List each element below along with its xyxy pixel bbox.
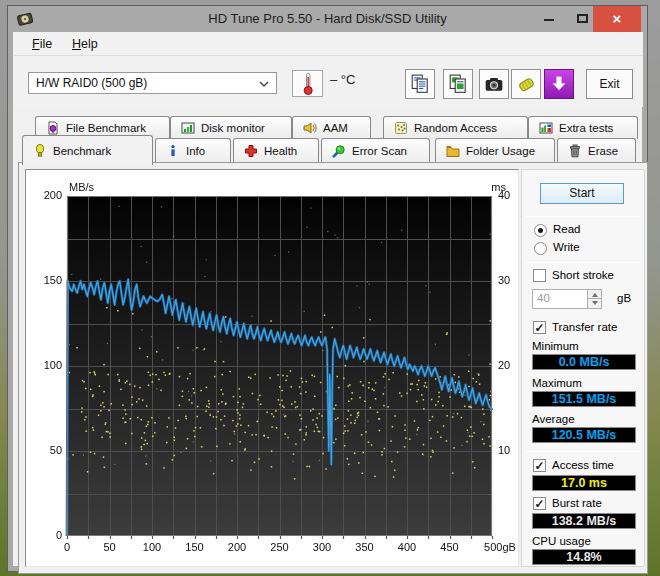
disk-monitor-icon (181, 121, 195, 135)
tab-random-access[interactable]: Random Access (383, 116, 528, 139)
separator (526, 262, 640, 263)
short-stroke-size-value: 40 (537, 292, 550, 304)
average-label: Average (532, 413, 575, 425)
download-button[interactable] (544, 69, 574, 99)
tab-extra-tests[interactable]: Extra tests (528, 116, 638, 139)
save-icon (516, 74, 536, 94)
transfer-rate-chart-canvas (26, 170, 518, 566)
tab-label: AAM (323, 122, 348, 134)
minimize-button[interactable] (536, 6, 562, 32)
screenshot-button[interactable] (479, 69, 509, 99)
error-scan-icon (332, 144, 346, 158)
burst-rate-value: 138.2 MB/s (532, 513, 636, 529)
temperature-readout: – °C (330, 72, 355, 87)
tab-erase[interactable]: Erase (557, 138, 636, 163)
burst-rate-label: Burst rate (552, 497, 602, 509)
save-button[interactable] (511, 69, 541, 99)
stepper-down-icon[interactable] (588, 299, 601, 308)
temperature-button[interactable] (292, 70, 323, 97)
stepper-arrows[interactable] (587, 290, 601, 308)
cpu-usage-label: CPU usage (532, 535, 591, 547)
separator (526, 451, 640, 452)
short-stroke-checkbox[interactable] (533, 269, 546, 282)
tab-label: Benchmark (53, 145, 111, 157)
info-icon (166, 144, 180, 158)
tab-label: Disk monitor (201, 122, 265, 134)
copy-image-button[interactable] (443, 69, 473, 99)
tab-label: Random Access (414, 122, 497, 134)
separator (526, 216, 640, 217)
menu-item-help[interactable]: Help (66, 32, 104, 56)
copy-text-button[interactable] (405, 69, 435, 99)
read-radio-label: Read (553, 223, 581, 235)
maximum-value: 151.5 MB/s (532, 391, 636, 407)
app-window: HD Tune Pro 5.50 - Hard Disk/SSD Utility… (7, 5, 648, 572)
short-stroke-size-stepper[interactable]: 40 (532, 289, 602, 309)
camera-icon (484, 74, 504, 94)
access-time-checkbox[interactable]: ✓ (533, 459, 546, 472)
tab-health[interactable]: Health (233, 138, 319, 163)
tab-info[interactable]: Info (155, 138, 231, 163)
benchmark-page: Start Read Write Short stroke 40 gB ✓ Tr… (18, 162, 648, 574)
drive-selector[interactable]: H/W RAID0 (500 gB) (28, 72, 277, 94)
tab-label: Info (186, 145, 205, 157)
start-button[interactable]: Start (540, 183, 624, 204)
short-stroke-unit: gB (617, 292, 631, 304)
maximum-label: Maximum (532, 377, 582, 389)
tab-label: Health (264, 145, 297, 157)
copy-text-icon (410, 74, 430, 94)
tab-label: Erase (588, 145, 618, 157)
tab-label: Extra tests (559, 122, 613, 134)
minimum-label: Minimum (532, 340, 579, 352)
average-value: 120.5 MB/s (532, 427, 636, 443)
benchmark-controls-panel: Start Read Write Short stroke 40 gB ✓ Tr… (521, 169, 645, 567)
copy-image-icon (448, 74, 468, 94)
close-button[interactable]: × (593, 6, 641, 32)
tab-label: Error Scan (352, 145, 407, 157)
health-icon (244, 144, 258, 158)
tab-disk-monitor[interactable]: Disk monitor (170, 116, 292, 139)
menu-item-file[interactable]: File (26, 32, 58, 56)
erase-icon (568, 144, 582, 158)
cpu-usage-value: 14.8% (532, 549, 636, 565)
write-radio[interactable] (534, 242, 547, 255)
toolbar: H/W RAID0 (500 gB) – °C Exit (14, 56, 643, 107)
stepper-up-icon[interactable] (588, 290, 601, 299)
benchmark-icon (33, 144, 47, 158)
minimum-value: 0.0 MB/s (532, 354, 636, 370)
random-access-icon (394, 121, 408, 135)
desktop: HD Tune Pro 5.50 - Hard Disk/SSD Utility… (0, 0, 660, 576)
chevron-down-icon (259, 80, 269, 88)
download-arrow-icon (549, 74, 569, 94)
read-radio[interactable] (534, 224, 547, 237)
aam-icon (303, 121, 317, 135)
burst-rate-checkbox[interactable]: ✓ (533, 497, 546, 510)
drive-selector-value: H/W RAID0 (500 gB) (36, 76, 147, 90)
tab-label: Folder Usage (466, 145, 535, 157)
file-benchmark-icon (46, 121, 60, 135)
tab-error-scan[interactable]: Error Scan (321, 138, 430, 163)
short-stroke-label: Short stroke (552, 269, 614, 281)
transfer-rate-label: Transfer rate (552, 321, 617, 333)
access-time-value: 17.0 ms (532, 475, 636, 491)
tab-label: File Benchmark (66, 122, 146, 134)
tab-aam[interactable]: AAM (292, 116, 371, 139)
exit-button[interactable]: Exit (586, 69, 633, 99)
transfer-rate-checkbox[interactable]: ✓ (533, 321, 546, 334)
tab-folder-usage[interactable]: Folder Usage (435, 138, 555, 163)
title-bar[interactable]: HD Tune Pro 5.50 - Hard Disk/SSD Utility… (8, 6, 647, 32)
folder-usage-icon (446, 144, 460, 158)
write-radio-label: Write (553, 241, 580, 253)
access-time-label: Access time (552, 459, 614, 471)
benchmark-chart (25, 169, 519, 567)
tab-benchmark[interactable]: Benchmark (22, 135, 153, 165)
menu-bar: FileHelp (14, 32, 643, 56)
extra-tests-icon (539, 121, 553, 135)
thermometer-icon (300, 72, 316, 96)
